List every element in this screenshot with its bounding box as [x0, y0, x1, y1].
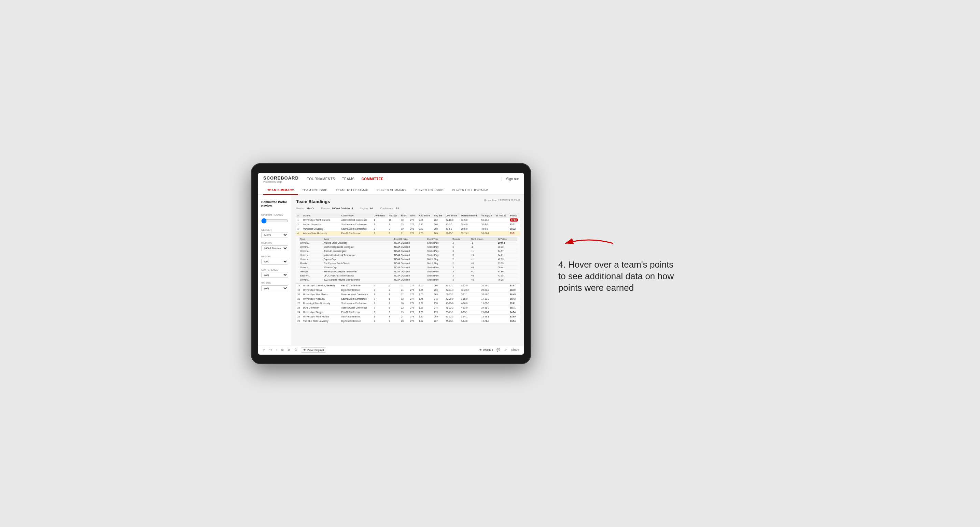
share-button[interactable]: Share [511, 348, 520, 352]
table-row[interactable]: 21 University of Alabama Southeastern Co… [296, 297, 520, 301]
adj-score-cell: 2.82 [418, 222, 433, 227]
conf-rank-cell: 1 [372, 222, 388, 227]
avg-sg-cell: 260 [433, 222, 444, 227]
conf-rank-cell: 1 [372, 218, 388, 222]
gender-select[interactable]: Men's Women's [261, 232, 288, 238]
sign-out-button[interactable]: Sign out [502, 177, 519, 181]
division-select[interactable]: NCAA Division I NCAA Division II [261, 245, 288, 251]
adj-score-cell: 2.86 [418, 218, 433, 222]
tab-player-h2h-grid[interactable]: PLAYER H2H GRID [410, 186, 448, 195]
sidebar-section-school: School (All) [261, 282, 288, 291]
list-item: Univers... National Invitational Tournam… [299, 253, 517, 257]
plus-button[interactable]: ⊕ [287, 348, 291, 352]
filter-region: Region: All [360, 207, 373, 210]
low-score-cell: 86-4-0 [444, 222, 460, 227]
table-row[interactable]: 2 Auburn University Southeastern Confere… [296, 222, 520, 227]
sidebar-label-conference: Conference [261, 268, 288, 271]
points-cell[interactable]: 90.32 [509, 227, 520, 231]
no-tour-cell: 8 [388, 227, 400, 231]
nav-committee[interactable]: COMMITTEE [361, 176, 383, 182]
vs-top25-cell: 50-10-0 [480, 218, 495, 222]
region-select[interactable]: N/A All [261, 259, 288, 265]
table-row[interactable]: 19 University of Texas Big 12 Conference… [296, 288, 520, 292]
panel-title: Team Standings [296, 199, 330, 204]
toolbar-left: ↩ ↪ ‹ ⧉ ⊕ ⏱ 👁 View: Original [262, 348, 326, 352]
col-rank: # [296, 213, 302, 218]
vs-top25-cell: 35-4-0 [480, 222, 495, 227]
update-time: Update time: 13/03/2024 10:03:42 [484, 199, 520, 202]
low-score-cell: 87-25-1 [444, 231, 460, 235]
exp-col-event: Event [322, 237, 393, 241]
sidebar-label-gender: Gender [261, 229, 288, 231]
table-row[interactable]: 3 Vanderbilt University Southeastern Con… [296, 227, 520, 231]
nav-teams[interactable]: TEAMS [342, 176, 355, 182]
table-row[interactable]: 4 Arizona State University Pac-12 Confer… [296, 231, 520, 235]
table-row[interactable]: 1 University of North Carolina Atlantic … [296, 218, 520, 222]
view-dropdown[interactable]: 👁 View: Original [301, 348, 326, 352]
table-row[interactable]: 22 Mississippi State University Southeas… [296, 301, 520, 305]
copy-button[interactable]: ⧉ [281, 348, 284, 352]
tab-team-h2h-heatmap[interactable]: TEAM H2H HEATMAP [332, 186, 372, 195]
comment-button[interactable]: 💬 [496, 348, 501, 352]
nav-tournaments[interactable]: TOURNAMENTS [307, 176, 335, 182]
table-row[interactable]: 25 University of North Florida ASUN Conf… [296, 314, 520, 319]
tab-player-summary[interactable]: PLAYER SUMMARY [372, 186, 410, 195]
col-avg-sg: Avg SG [433, 213, 444, 218]
toolbar-right: 👁 Watch ▾ 💬 ⤢ Share [479, 348, 520, 352]
vs-top50-cell [495, 231, 509, 235]
vs-top50-cell [495, 227, 509, 231]
tab-team-summary[interactable]: TEAM SUMMARY [263, 186, 298, 195]
overall-cell: 29-5-0 [460, 227, 480, 231]
filter-division: Division: NCAA Division I [321, 207, 353, 210]
table-row[interactable]: 20 University of New Mexico Mountain Wes… [296, 292, 520, 297]
list-item: Univers... Southern Highlands Collegiate… [299, 245, 517, 249]
redo-button[interactable]: ↪ [269, 348, 273, 352]
list-item: Florida I... The Cypress Point Classic N… [299, 261, 517, 265]
points-cell[interactable]: 79.5 [509, 231, 520, 235]
panel-header: Team Standings Update time: 13/03/2024 1… [296, 199, 520, 204]
school-cell: Vanderbilt University [302, 227, 340, 231]
tab-player-h2h-heatmap[interactable]: PLAYER H2H HEATMAP [448, 186, 492, 195]
exp-col-event-type: Event Type [426, 237, 451, 241]
undo-button[interactable]: ↩ [262, 348, 266, 352]
points-cell[interactable]: 97.02 [509, 218, 520, 222]
table-row[interactable]: 24 University of Oregon Pac-12 Conferenc… [296, 310, 520, 314]
eye-icon: 👁 [479, 349, 482, 352]
school-cell: Auburn University [302, 222, 340, 227]
annotation-arrow [558, 233, 620, 254]
table-row[interactable]: 23 Duke University Atlantic Coast Confer… [296, 305, 520, 310]
expand-button[interactable]: ⤢ [504, 348, 508, 352]
sidebar-section-gender: Gender Men's Women's [261, 229, 288, 238]
tab-team-h2h-grid[interactable]: TEAM H2H GRID [298, 186, 332, 195]
content-area: Committee Portal Review Minimum Rounds G… [258, 195, 524, 345]
watch-button[interactable]: 👁 Watch ▾ [479, 349, 493, 352]
expanded-row: Team Event Event Division Event Type Rou… [296, 235, 520, 283]
bottom-toolbar: ↩ ↪ ‹ ⧉ ⊕ ⏱ 👁 View: Original 👁 Watch [258, 345, 524, 355]
table-row[interactable]: 26 The Ohio State University Big Ten Con… [296, 319, 520, 323]
time-icon: ⏱ [294, 348, 298, 352]
app-header: SCOREBOARD Powered by clippi TOURNAMENTS… [258, 173, 524, 186]
min-rounds-slider[interactable] [261, 218, 288, 224]
school-select[interactable]: (All) [261, 285, 288, 291]
filter-conference: Conference: All [380, 207, 399, 210]
table-row[interactable]: 18 University of California, Berkeley Pa… [296, 283, 520, 288]
col-no-tour: No Tour [388, 213, 400, 218]
overall-cell: 13-9-0 [460, 218, 480, 222]
vs-top50-cell [495, 218, 509, 222]
list-item: Univers... Williams Cup NCAA Division I … [299, 265, 517, 269]
overall-cell: 33-19-1 [460, 231, 480, 235]
vs-top25-cell: 58-24-1 [480, 231, 495, 235]
rnds-cell: 19 [400, 227, 409, 231]
col-vs-top25: Vs Top 25 [480, 213, 495, 218]
rank-cell: 3 [296, 227, 302, 231]
adj-score-cell: 2.73 [418, 227, 433, 231]
back-button[interactable]: ‹ [275, 348, 278, 352]
col-wins: Wins [409, 213, 418, 218]
standings-table: # School Conference Conf Rank No Tour Rn… [296, 213, 520, 324]
conference-select[interactable]: (All) [261, 272, 288, 278]
list-item: East Tec... OFCC Fighting Illini Invitat… [299, 273, 517, 278]
col-vs-top50: Vs Top 50 [495, 213, 509, 218]
points-cell[interactable]: 93.31 [509, 222, 520, 227]
wins-cell: 272 [409, 218, 418, 222]
exp-col-team: Team [299, 237, 322, 241]
